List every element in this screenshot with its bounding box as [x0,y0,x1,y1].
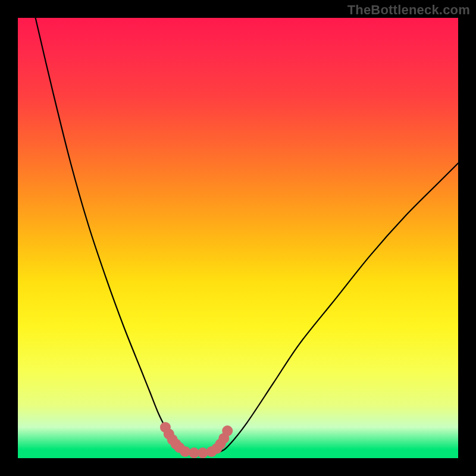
chart-frame: TheBottleneck.com [0,0,476,476]
bottleneck-curve [36,18,458,454]
watermark-text: TheBottleneck.com [347,2,470,18]
highlight-dot [222,425,233,436]
highlight-markers [160,422,233,458]
curve-path [36,18,458,454]
plot-area [18,18,458,458]
curve-layer [18,18,458,458]
